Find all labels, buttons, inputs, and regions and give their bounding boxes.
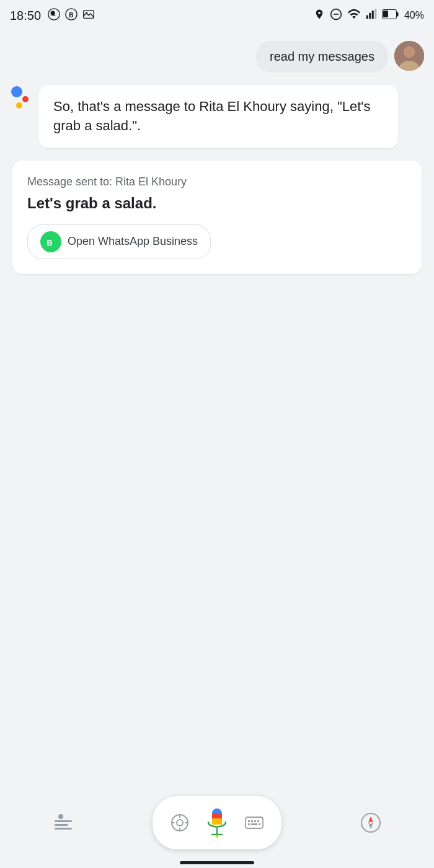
svg-marker-46 (368, 823, 373, 829)
home-indicator (180, 861, 254, 864)
svg-rect-30 (212, 813, 222, 818)
svg-rect-13 (396, 12, 398, 17)
svg-rect-43 (259, 823, 260, 825)
lens-button[interactable] (167, 810, 192, 835)
svg-rect-12 (383, 11, 388, 17)
status-icons: B (47, 7, 95, 24)
message-card-recipient: Message sent to: Rita El Khoury (27, 175, 407, 188)
whatsapp-business-status-icon: B (64, 7, 78, 24)
dnd-icon (330, 8, 342, 23)
svg-rect-39 (254, 820, 256, 822)
whatsapp-icon (47, 7, 61, 24)
message-card: Message sent to: Rita El Khoury Let's gr… (12, 161, 422, 274)
message-body-text: Let's grab a salad. (27, 195, 156, 211)
svg-rect-20 (55, 824, 68, 826)
battery-icon (382, 9, 399, 22)
message-card-body: Let's grab a salad. (27, 195, 407, 212)
keyboard-button[interactable] (242, 810, 267, 835)
status-time: 18:50 (10, 9, 41, 23)
google-assistant-logo (10, 85, 35, 110)
google-dot-red (22, 96, 29, 102)
assistant-bubble: So, that's a message to Rita El Khoury s… (38, 85, 398, 148)
svg-rect-9 (372, 11, 374, 19)
svg-rect-19 (55, 828, 72, 830)
location-icon (314, 8, 325, 23)
chat-area: read my messages So, that's a message to… (0, 31, 434, 284)
svg-rect-42 (251, 823, 257, 825)
svg-text:B: B (69, 11, 73, 18)
bottom-bar (0, 796, 434, 849)
user-message-row: read my messages (10, 41, 424, 73)
user-bubble: read my messages (256, 41, 388, 73)
svg-point-17 (404, 47, 414, 57)
google-dot-blue (11, 86, 22, 97)
wifi-icon (347, 9, 361, 22)
svg-marker-45 (368, 817, 373, 823)
svg-point-44 (361, 813, 380, 832)
svg-point-24 (177, 820, 183, 826)
user-message-text: read my messages (270, 50, 374, 63)
status-left: 18:50 B (10, 7, 95, 24)
svg-rect-40 (257, 820, 259, 822)
svg-point-35 (216, 835, 218, 838)
status-bar: 18:50 B (0, 0, 434, 31)
svg-rect-10 (374, 9, 376, 19)
open-whatsapp-button[interactable]: B Open WhatsApp Business (27, 224, 211, 259)
compass-button[interactable] (353, 805, 388, 840)
battery-percentage: 40% (404, 10, 424, 21)
svg-rect-38 (251, 820, 253, 822)
signal-icon (366, 9, 377, 22)
svg-rect-7 (366, 16, 368, 19)
svg-rect-32 (212, 822, 222, 825)
assistant-shortcut-button[interactable] (46, 805, 81, 840)
svg-point-22 (58, 814, 63, 819)
microphone-button[interactable] (202, 805, 232, 841)
svg-rect-8 (369, 13, 371, 19)
message-to-label: Message sent to: Rita El Khoury (27, 175, 187, 188)
google-dot-yellow (16, 102, 22, 108)
status-right: 40% (314, 8, 424, 23)
svg-rect-21 (55, 820, 72, 822)
mic-container (153, 796, 281, 849)
svg-rect-41 (248, 823, 250, 825)
open-whatsapp-label: Open WhatsApp Business (68, 235, 198, 248)
image-status-icon (82, 7, 95, 24)
svg-rect-37 (248, 820, 250, 822)
assistant-response-text: So, that's a message to Rita El Khoury s… (53, 99, 370, 133)
avatar-image (394, 41, 424, 71)
whatsapp-business-icon: B (40, 231, 61, 252)
svg-text:B: B (47, 237, 53, 247)
svg-rect-36 (246, 817, 263, 828)
assistant-row: So, that's a message to Rita El Khoury s… (10, 85, 424, 148)
avatar (394, 41, 424, 71)
